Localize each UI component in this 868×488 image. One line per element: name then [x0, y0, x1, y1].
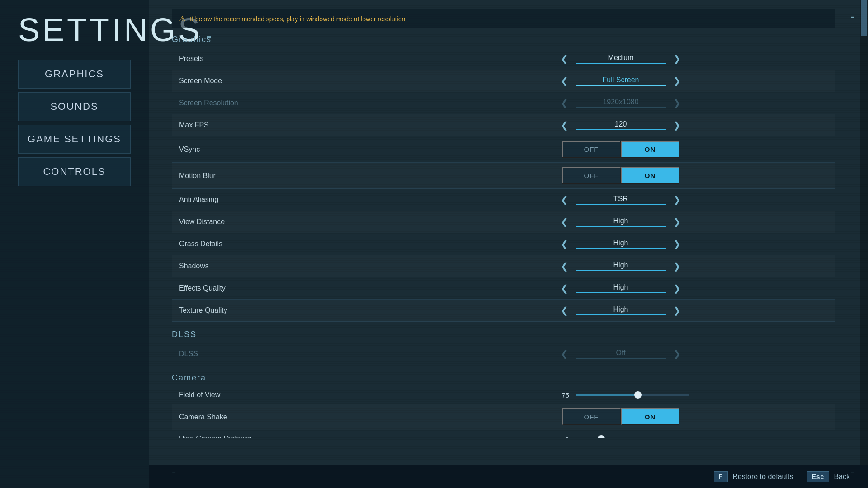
setting-control-shadows: ❮ High ❯: [407, 255, 835, 277]
setting-control-camera-shake: OFF ON: [407, 404, 835, 430]
toggle-on-vsync[interactable]: ON: [621, 141, 679, 158]
arrow-right-effects-quality[interactable]: ❯: [670, 282, 684, 295]
scroll-thumb[interactable]: [861, 0, 867, 36]
back-key-badge: Esc: [807, 471, 830, 482]
table-row: Camera Shake OFF ON: [172, 404, 835, 430]
arrow-right-screen-resolution: ❯: [670, 97, 684, 109]
arrow-right-shadows[interactable]: ❯: [670, 260, 684, 272]
setting-name-effects-quality: Effects Quality: [172, 277, 407, 300]
table-row: Shadows ❮ High ❯: [172, 255, 835, 277]
arrow-right-max-fps[interactable]: ❯: [670, 119, 684, 131]
setting-value-effects-quality: High: [576, 283, 666, 293]
arrow-left-max-fps[interactable]: ❮: [557, 119, 572, 131]
arrow-right-grass-details[interactable]: ❯: [670, 238, 684, 250]
arrow-right-presets[interactable]: ❯: [670, 52, 684, 65]
setting-name-motion-blur: Motion Blur: [172, 163, 407, 189]
restore-defaults-action[interactable]: F Restore to defaults: [714, 471, 793, 482]
table-row: Presets ❮ Medium ❯: [172, 48, 835, 70]
setting-control-dlss: ❮ Off ❯: [407, 343, 835, 365]
corner-decoration-tr: -: [850, 9, 854, 23]
setting-name-max-fps: Max FPS: [172, 114, 407, 136]
fov-value: 75: [553, 391, 569, 399]
sidebar-item-graphics[interactable]: Graphics: [18, 60, 131, 89]
setting-control-texture-quality: ❮ High ❯: [407, 300, 835, 322]
setting-value-max-fps: 120: [576, 120, 666, 130]
table-row: Effects Quality ❮ High ❯: [172, 277, 835, 300]
setting-value-anti-aliasing: TSR: [576, 195, 666, 205]
restore-defaults-label: Restore to defaults: [732, 473, 793, 481]
arrow-left-screen-resolution: ❮: [557, 97, 572, 109]
warning-text: If below the recommended specs, play in …: [190, 15, 407, 23]
setting-control-screen-resolution: ❮ 868x488 ❯: [407, 92, 835, 114]
setting-name-shadows: Shadows: [172, 255, 407, 277]
setting-name-screen-mode: Screen Mode: [172, 70, 407, 92]
table-row: Screen Mode ❮ Full Screen ❯: [172, 70, 835, 92]
sidebar-item-sounds[interactable]: Sounds: [18, 92, 131, 121]
warning-icon: ⚠: [179, 14, 185, 23]
setting-value-shadows: High: [576, 261, 666, 271]
setting-control-grass-details: ❮ High ❯: [407, 233, 835, 255]
setting-name-texture-quality: Texture Quality: [172, 300, 407, 322]
setting-name-dlss: DLSS: [172, 343, 407, 365]
arrow-right-view-distance[interactable]: ❯: [670, 216, 684, 228]
arrow-left-presets[interactable]: ❮: [557, 52, 572, 65]
setting-name-presets: Presets: [172, 48, 407, 70]
setting-name-screen-resolution: Screen Resolution: [172, 92, 407, 114]
toggle-off-camera-shake[interactable]: OFF: [562, 408, 621, 425]
arrow-right-screen-mode[interactable]: ❯: [670, 75, 684, 87]
arrow-left-texture-quality[interactable]: ❮: [557, 304, 572, 317]
setting-name-vsync: VSync: [172, 136, 407, 163]
sidebar-item-controls[interactable]: Controls: [18, 157, 131, 186]
footer-bar: F Restore to defaults Esc Back: [149, 465, 868, 488]
setting-name-ride-camera-distance: Ride Camera Distance: [172, 430, 407, 439]
setting-name-grass-details: Grass Details: [172, 233, 407, 255]
toggle-on-camera-shake[interactable]: ON: [621, 408, 679, 425]
dlss-settings-table: DLSS ❮ Off ❯: [172, 343, 835, 365]
back-label: Back: [834, 473, 850, 481]
back-action[interactable]: Esc Back: [807, 471, 850, 482]
setting-control-anti-aliasing: ❮ TSR ❯: [407, 189, 835, 211]
arrow-left-shadows[interactable]: ❮: [557, 260, 572, 272]
fov-slider-track[interactable]: [576, 394, 689, 396]
ride-camera-value: 1: [553, 435, 569, 439]
sidebar-item-game-settings[interactable]: Game Settings: [18, 125, 131, 154]
arrow-left-anti-aliasing[interactable]: ❮: [557, 193, 572, 206]
setting-control-fov: 75: [407, 386, 835, 404]
setting-control-ride-camera-distance: 1: [407, 430, 835, 439]
table-row: Ride Camera Distance 1: [172, 430, 835, 439]
setting-value-screen-mode: Full Screen: [576, 76, 666, 86]
setting-value-dlss: Off: [576, 349, 666, 359]
setting-control-vsync: OFF ON: [407, 136, 835, 163]
table-row: Field of View 75: [172, 386, 835, 404]
setting-name-anti-aliasing: Anti Aliasing: [172, 189, 407, 211]
page-title: SETTINGS-: [18, 14, 131, 46]
table-row: Motion Blur OFF ON: [172, 163, 835, 189]
sidebar: SETTINGS- Graphics Sounds Game Settings …: [0, 0, 149, 488]
setting-control-presets: ❮ Medium ❯: [407, 48, 835, 70]
warning-banner: ⚠ If below the recommended specs, play i…: [172, 9, 835, 28]
arrow-right-texture-quality[interactable]: ❯: [670, 304, 684, 317]
section-header-camera: Camera: [172, 371, 835, 385]
table-row: Texture Quality ❮ High ❯: [172, 300, 835, 322]
arrow-right-dlss: ❯: [670, 347, 684, 360]
settings-page: SETTINGS- Graphics Sounds Game Settings …: [0, 0, 868, 488]
arrow-left-grass-details[interactable]: ❮: [557, 238, 572, 250]
arrow-left-effects-quality[interactable]: ❮: [557, 282, 572, 295]
camera-settings-table: Field of View 75: [172, 386, 835, 438]
arrow-right-anti-aliasing[interactable]: ❯: [670, 193, 684, 206]
toggle-off-vsync[interactable]: OFF: [562, 141, 621, 158]
graphics-settings-table: Presets ❮ Medium ❯ Screen Mode: [172, 48, 835, 322]
scrollbar[interactable]: [860, 0, 868, 465]
arrow-left-view-distance[interactable]: ❮: [557, 216, 572, 228]
arrow-left-dlss: ❮: [557, 347, 572, 360]
ride-camera-slider-track[interactable]: [576, 438, 689, 439]
table-row: View Distance ❮ High ❯: [172, 211, 835, 233]
setting-value-texture-quality: High: [576, 305, 666, 315]
section-header-graphics: Graphics: [172, 32, 835, 47]
arrow-left-screen-mode[interactable]: ❮: [557, 75, 572, 87]
table-row: DLSS ❮ Off ❯: [172, 343, 835, 365]
toggle-on-motion-blur[interactable]: ON: [621, 167, 679, 184]
table-row: Max FPS ❮ 120 ❯: [172, 114, 835, 136]
setting-name-camera-shake: Camera Shake: [172, 404, 407, 430]
toggle-off-motion-blur[interactable]: OFF: [562, 167, 621, 184]
